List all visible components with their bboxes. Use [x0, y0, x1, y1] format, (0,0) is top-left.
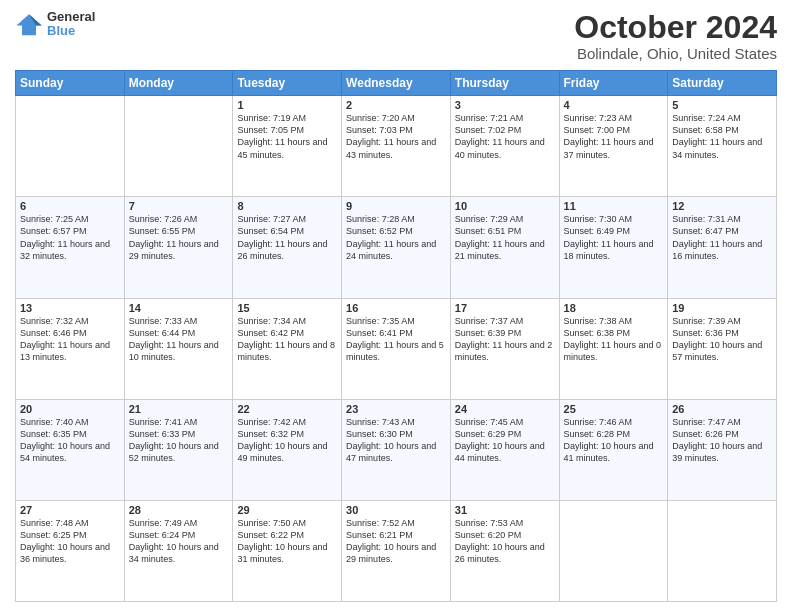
- table-row: 12 Sunrise: 7:31 AMSunset: 6:47 PMDaylig…: [668, 197, 777, 298]
- day-info: Sunrise: 7:45 AMSunset: 6:29 PMDaylight:…: [455, 417, 545, 463]
- table-row: 14 Sunrise: 7:33 AMSunset: 6:44 PMDaylig…: [124, 298, 233, 399]
- day-number: 30: [346, 504, 446, 516]
- calendar-header-row: Sunday Monday Tuesday Wednesday Thursday…: [16, 71, 777, 96]
- day-number: 18: [564, 302, 664, 314]
- day-number: 7: [129, 200, 229, 212]
- table-row: 20 Sunrise: 7:40 AMSunset: 6:35 PMDaylig…: [16, 399, 125, 500]
- table-row: 27 Sunrise: 7:48 AMSunset: 6:25 PMDaylig…: [16, 500, 125, 601]
- col-saturday: Saturday: [668, 71, 777, 96]
- day-info: Sunrise: 7:40 AMSunset: 6:35 PMDaylight:…: [20, 417, 110, 463]
- day-info: Sunrise: 7:27 AMSunset: 6:54 PMDaylight:…: [237, 214, 327, 260]
- table-row: 5 Sunrise: 7:24 AMSunset: 6:58 PMDayligh…: [668, 96, 777, 197]
- day-info: Sunrise: 7:52 AMSunset: 6:21 PMDaylight:…: [346, 518, 436, 564]
- day-number: 3: [455, 99, 555, 111]
- day-number: 9: [346, 200, 446, 212]
- day-info: Sunrise: 7:23 AMSunset: 7:00 PMDaylight:…: [564, 113, 654, 159]
- table-row: 19 Sunrise: 7:39 AMSunset: 6:36 PMDaylig…: [668, 298, 777, 399]
- day-number: 6: [20, 200, 120, 212]
- day-info: Sunrise: 7:49 AMSunset: 6:24 PMDaylight:…: [129, 518, 219, 564]
- day-info: Sunrise: 7:53 AMSunset: 6:20 PMDaylight:…: [455, 518, 545, 564]
- table-row: 11 Sunrise: 7:30 AMSunset: 6:49 PMDaylig…: [559, 197, 668, 298]
- day-number: 25: [564, 403, 664, 415]
- day-number: 15: [237, 302, 337, 314]
- day-info: Sunrise: 7:21 AMSunset: 7:02 PMDaylight:…: [455, 113, 545, 159]
- day-number: 10: [455, 200, 555, 212]
- day-number: 14: [129, 302, 229, 314]
- table-row: 18 Sunrise: 7:38 AMSunset: 6:38 PMDaylig…: [559, 298, 668, 399]
- table-row: 28 Sunrise: 7:49 AMSunset: 6:24 PMDaylig…: [124, 500, 233, 601]
- day-info: Sunrise: 7:50 AMSunset: 6:22 PMDaylight:…: [237, 518, 327, 564]
- day-info: Sunrise: 7:25 AMSunset: 6:57 PMDaylight:…: [20, 214, 110, 260]
- header: General Blue October 2024 Bolindale, Ohi…: [15, 10, 777, 62]
- day-info: Sunrise: 7:37 AMSunset: 6:39 PMDaylight:…: [455, 316, 553, 362]
- logo-line2: Blue: [47, 24, 95, 38]
- day-info: Sunrise: 7:38 AMSunset: 6:38 PMDaylight:…: [564, 316, 662, 362]
- calendar-week-5: 27 Sunrise: 7:48 AMSunset: 6:25 PMDaylig…: [16, 500, 777, 601]
- day-info: Sunrise: 7:19 AMSunset: 7:05 PMDaylight:…: [237, 113, 327, 159]
- day-info: Sunrise: 7:26 AMSunset: 6:55 PMDaylight:…: [129, 214, 219, 260]
- day-number: 16: [346, 302, 446, 314]
- table-row: [124, 96, 233, 197]
- day-number: 11: [564, 200, 664, 212]
- day-number: 4: [564, 99, 664, 111]
- day-number: 27: [20, 504, 120, 516]
- day-number: 28: [129, 504, 229, 516]
- page: General Blue October 2024 Bolindale, Ohi…: [0, 0, 792, 612]
- day-info: Sunrise: 7:48 AMSunset: 6:25 PMDaylight:…: [20, 518, 110, 564]
- table-row: 22 Sunrise: 7:42 AMSunset: 6:32 PMDaylig…: [233, 399, 342, 500]
- table-row: 1 Sunrise: 7:19 AMSunset: 7:05 PMDayligh…: [233, 96, 342, 197]
- day-info: Sunrise: 7:33 AMSunset: 6:44 PMDaylight:…: [129, 316, 219, 362]
- table-row: [16, 96, 125, 197]
- logo-text: General Blue: [47, 10, 95, 39]
- table-row: 21 Sunrise: 7:41 AMSunset: 6:33 PMDaylig…: [124, 399, 233, 500]
- day-info: Sunrise: 7:28 AMSunset: 6:52 PMDaylight:…: [346, 214, 436, 260]
- day-info: Sunrise: 7:42 AMSunset: 6:32 PMDaylight:…: [237, 417, 327, 463]
- table-row: 8 Sunrise: 7:27 AMSunset: 6:54 PMDayligh…: [233, 197, 342, 298]
- logo-icon: [15, 10, 43, 38]
- logo: General Blue: [15, 10, 95, 39]
- col-thursday: Thursday: [450, 71, 559, 96]
- calendar-week-2: 6 Sunrise: 7:25 AMSunset: 6:57 PMDayligh…: [16, 197, 777, 298]
- day-info: Sunrise: 7:30 AMSunset: 6:49 PMDaylight:…: [564, 214, 654, 260]
- title-block: October 2024 Bolindale, Ohio, United Sta…: [574, 10, 777, 62]
- day-info: Sunrise: 7:32 AMSunset: 6:46 PMDaylight:…: [20, 316, 110, 362]
- col-wednesday: Wednesday: [342, 71, 451, 96]
- calendar-week-4: 20 Sunrise: 7:40 AMSunset: 6:35 PMDaylig…: [16, 399, 777, 500]
- col-sunday: Sunday: [16, 71, 125, 96]
- day-info: Sunrise: 7:24 AMSunset: 6:58 PMDaylight:…: [672, 113, 762, 159]
- day-number: 21: [129, 403, 229, 415]
- table-row: 10 Sunrise: 7:29 AMSunset: 6:51 PMDaylig…: [450, 197, 559, 298]
- table-row: 26 Sunrise: 7:47 AMSunset: 6:26 PMDaylig…: [668, 399, 777, 500]
- table-row: 25 Sunrise: 7:46 AMSunset: 6:28 PMDaylig…: [559, 399, 668, 500]
- calendar-week-3: 13 Sunrise: 7:32 AMSunset: 6:46 PMDaylig…: [16, 298, 777, 399]
- table-row: 17 Sunrise: 7:37 AMSunset: 6:39 PMDaylig…: [450, 298, 559, 399]
- day-number: 26: [672, 403, 772, 415]
- col-friday: Friday: [559, 71, 668, 96]
- day-info: Sunrise: 7:43 AMSunset: 6:30 PMDaylight:…: [346, 417, 436, 463]
- table-row: 4 Sunrise: 7:23 AMSunset: 7:00 PMDayligh…: [559, 96, 668, 197]
- calendar-table: Sunday Monday Tuesday Wednesday Thursday…: [15, 70, 777, 602]
- day-info: Sunrise: 7:34 AMSunset: 6:42 PMDaylight:…: [237, 316, 335, 362]
- calendar-week-1: 1 Sunrise: 7:19 AMSunset: 7:05 PMDayligh…: [16, 96, 777, 197]
- day-info: Sunrise: 7:47 AMSunset: 6:26 PMDaylight:…: [672, 417, 762, 463]
- day-number: 17: [455, 302, 555, 314]
- day-number: 12: [672, 200, 772, 212]
- table-row: 23 Sunrise: 7:43 AMSunset: 6:30 PMDaylig…: [342, 399, 451, 500]
- day-info: Sunrise: 7:41 AMSunset: 6:33 PMDaylight:…: [129, 417, 219, 463]
- logo-line1: General: [47, 10, 95, 24]
- day-info: Sunrise: 7:46 AMSunset: 6:28 PMDaylight:…: [564, 417, 654, 463]
- table-row: 2 Sunrise: 7:20 AMSunset: 7:03 PMDayligh…: [342, 96, 451, 197]
- day-number: 20: [20, 403, 120, 415]
- table-row: 7 Sunrise: 7:26 AMSunset: 6:55 PMDayligh…: [124, 197, 233, 298]
- day-number: 24: [455, 403, 555, 415]
- day-number: 23: [346, 403, 446, 415]
- col-tuesday: Tuesday: [233, 71, 342, 96]
- calendar-subtitle: Bolindale, Ohio, United States: [574, 45, 777, 62]
- table-row: 13 Sunrise: 7:32 AMSunset: 6:46 PMDaylig…: [16, 298, 125, 399]
- day-number: 13: [20, 302, 120, 314]
- day-number: 8: [237, 200, 337, 212]
- table-row: 3 Sunrise: 7:21 AMSunset: 7:02 PMDayligh…: [450, 96, 559, 197]
- day-number: 1: [237, 99, 337, 111]
- table-row: 16 Sunrise: 7:35 AMSunset: 6:41 PMDaylig…: [342, 298, 451, 399]
- calendar-title: October 2024: [574, 10, 777, 45]
